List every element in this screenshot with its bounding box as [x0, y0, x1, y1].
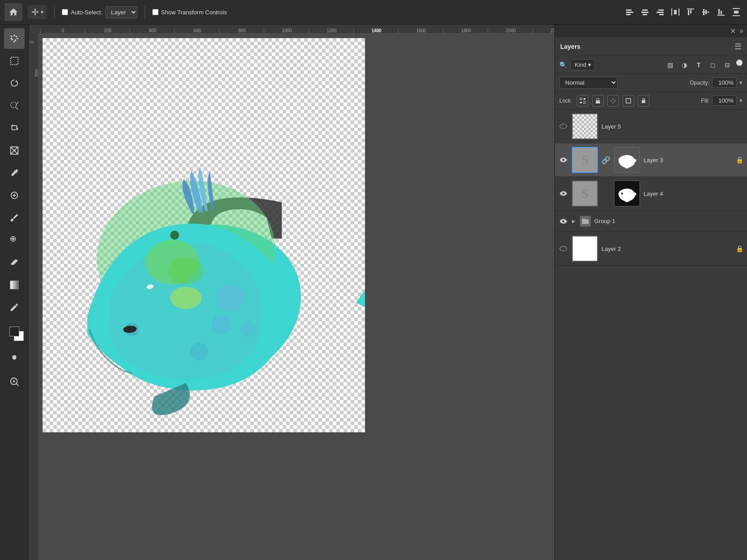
close-panel-button[interactable]: ✕ [730, 27, 736, 35]
quick-select-button[interactable] [4, 95, 25, 116]
lock-icons-group [577, 95, 649, 107]
eye-icon-layer4 [559, 190, 567, 198]
layer4-mask-thumbnail [614, 181, 640, 207]
opacity-dropdown-arrow[interactable]: ▾ [739, 79, 743, 86]
distribute-v-button[interactable] [730, 6, 743, 18]
layer-row-layer5[interactable]: Layer 5 [555, 110, 747, 143]
type-filter-icon[interactable]: T [693, 60, 704, 70]
svg-rect-17 [705, 10, 707, 14]
canvas-scroll[interactable]: S [38, 34, 554, 560]
layer5-visibility-toggle[interactable] [558, 121, 568, 131]
move-tool-icon[interactable]: ✛ [31, 7, 39, 17]
move-tool-dropdown[interactable]: ▾ [41, 9, 43, 15]
layer2-visibility-toggle[interactable] [558, 244, 568, 254]
align-middle-v-button[interactable] [700, 6, 712, 18]
dropper-button[interactable] [4, 349, 25, 370]
auto-select-checkbox[interactable] [62, 9, 68, 15]
align-right-button[interactable] [654, 6, 666, 18]
fill-input[interactable] [712, 95, 737, 106]
distribute-h-icon [671, 8, 680, 17]
layer-row-layer3[interactable]: S 🔗 Layer 3 🔒 [555, 143, 747, 177]
foreground-color-button[interactable] [4, 323, 25, 344]
crop-icon [9, 123, 19, 133]
align-center-h-button[interactable] [639, 6, 651, 18]
horizontal-ruler: 0 200 400 600 800 1000 1200 1400 1600 18… [38, 25, 554, 34]
svg-rect-23 [733, 15, 740, 16]
eye-icon-layer2 [559, 245, 567, 253]
lock-position-button[interactable] [607, 95, 619, 107]
ruler-tick-800: 800 [219, 29, 264, 33]
move-tool-button[interactable] [4, 28, 25, 49]
distribute-h-button[interactable] [669, 6, 682, 18]
svg-rect-5 [643, 14, 647, 15]
layer3-visibility-toggle[interactable] [558, 155, 568, 165]
frame-tool-button[interactable] [4, 140, 25, 161]
fill-label: Fill: [701, 98, 709, 104]
layer-row-layer4[interactable]: S 🔗 Layer 4 [555, 177, 747, 211]
align-left-button[interactable] [623, 6, 636, 18]
group1-expand-arrow[interactable]: ▶ [572, 219, 575, 224]
healing-brush-button[interactable] [4, 185, 25, 206]
align-top-icon [686, 8, 695, 17]
layers-panel-header: Layers ☰ [555, 37, 747, 56]
layer4-name: Layer 4 [644, 190, 743, 197]
panel-top-bar: ✕ » [555, 25, 747, 37]
svg-rect-7 [657, 12, 664, 13]
fill-dropdown-arrow[interactable]: ▾ [739, 97, 743, 104]
lock-all-button[interactable] [638, 95, 649, 107]
eraser-tool-button[interactable] [4, 252, 25, 273]
home-button[interactable] [4, 3, 22, 21]
collapse-panel-button[interactable]: » [739, 27, 743, 35]
lock-artboard-icon [625, 98, 631, 104]
lock-transparent-pixels-button[interactable] [577, 95, 588, 107]
svg-rect-6 [658, 9, 664, 11]
distribute-v-icon [732, 8, 741, 17]
lock-fill-row: Lock: [555, 92, 747, 110]
layer-row-layer2[interactable]: Layer 2 🔒 [555, 232, 747, 266]
svg-rect-1 [626, 12, 633, 13]
align-bottom-button[interactable] [715, 6, 727, 18]
gradient-tool-button[interactable] [4, 275, 25, 295]
lasso-tool-button[interactable] [4, 73, 25, 94]
tools-panel [0, 25, 29, 560]
folder-icon [581, 217, 589, 225]
filter-toggle-dot[interactable] [736, 60, 743, 66]
pixel-filter-icon[interactable]: ▨ [665, 60, 675, 70]
filter-kind-dropdown[interactable]: Kind ▾ [571, 59, 595, 70]
layers-menu-button[interactable]: ☰ [734, 42, 742, 52]
svg-line-40 [17, 384, 19, 386]
layer4-visibility-toggle[interactable] [558, 189, 568, 198]
svg-point-49 [217, 284, 244, 311]
opacity-input[interactable] [712, 78, 737, 88]
search-icon: 🔍 [559, 61, 567, 69]
transform-controls-checkbox[interactable] [152, 9, 159, 15]
auto-select-dropdown[interactable]: Layer [105, 6, 137, 18]
layer3-name: Layer 3 [644, 157, 732, 164]
align-top-button[interactable] [684, 6, 697, 18]
zoom-tool-button[interactable] [4, 371, 25, 392]
toolbar-separator-2 [145, 5, 145, 19]
ruler-tick-1600: 1600 [398, 29, 443, 33]
layer4-mask-svg [615, 181, 639, 206]
lock-artboards-button[interactable] [622, 95, 634, 107]
clone-stamp-button[interactable] [4, 230, 25, 250]
svg-rect-59 [580, 102, 582, 103]
group1-visibility-toggle[interactable] [558, 216, 568, 226]
eyedropper-button[interactable] [4, 163, 25, 183]
auto-select-group: Auto-Select: Layer [62, 6, 137, 18]
smartobj-filter-icon[interactable]: ⊟ [722, 60, 733, 70]
align-right-icon [656, 8, 665, 17]
adjustment-filter-icon[interactable]: ◑ [679, 60, 690, 70]
layers-list[interactable]: Layer 5 S 🔗 [555, 110, 747, 560]
main-canvas[interactable]: S [43, 38, 365, 432]
shape-filter-icon[interactable]: ◻ [708, 60, 718, 70]
crop-tool-button[interactable] [4, 118, 25, 138]
ruler-tick-2000: 2000 [488, 29, 532, 33]
rectangular-marquee-button[interactable] [4, 51, 25, 71]
panels-area: ✕ » Layers ☰ 🔍 Kind ▾ ▨ ◑ T ◻ [554, 25, 747, 560]
brush-tool-button[interactable] [4, 207, 25, 228]
lock-image-pixels-button[interactable] [592, 95, 604, 107]
pen-tool-button[interactable] [4, 297, 25, 318]
blend-mode-select[interactable]: Normal Dissolve Multiply Screen Overlay [559, 77, 618, 89]
layer-row-group1[interactable]: ▶ Group 1 [555, 211, 747, 232]
